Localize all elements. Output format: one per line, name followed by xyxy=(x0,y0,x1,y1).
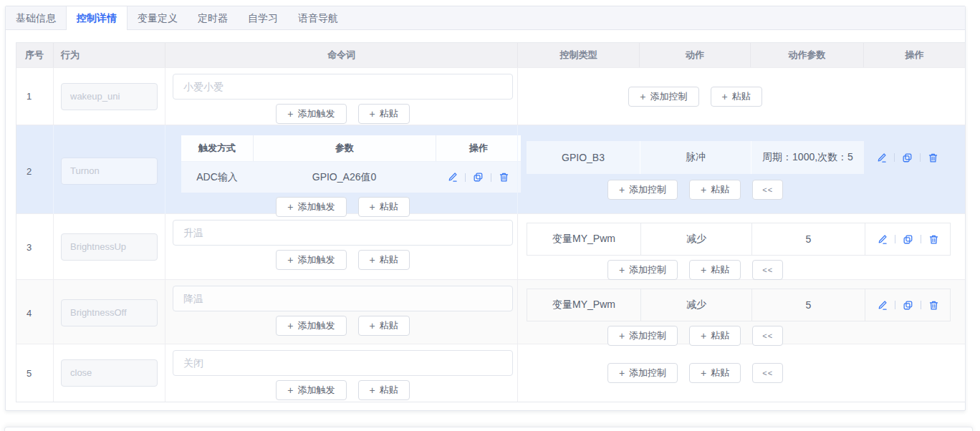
plus-icon: + xyxy=(287,385,293,395)
collapse-button[interactable]: << xyxy=(752,326,783,346)
control-buttons: +添加控制+粘贴<< xyxy=(527,260,864,280)
paste-button[interactable]: +粘贴 xyxy=(689,326,741,346)
control-ops-cell xyxy=(865,223,950,255)
add-control-button-label: 添加控制 xyxy=(629,367,666,379)
trigger-row: ADC输入GPIO_A26值0 xyxy=(181,161,521,193)
control-cell: 变量MY_Pwm减少5+添加控制+粘贴<< xyxy=(517,214,965,280)
paste-button[interactable]: +粘贴 xyxy=(358,380,410,400)
delete-icon[interactable] xyxy=(499,172,509,183)
row-index: 1 xyxy=(16,68,53,125)
add-trigger-button[interactable]: +添加触发 xyxy=(276,380,346,400)
plus-icon: + xyxy=(370,321,375,331)
trigger-buttons: +添加触发+粘贴 xyxy=(173,316,513,336)
plus-icon: + xyxy=(640,92,645,102)
icon-divider xyxy=(894,153,895,162)
add-trigger-button[interactable]: +添加触发 xyxy=(276,250,346,270)
row-index: 2 xyxy=(16,125,53,217)
control-buttons-wrap: +添加控制+粘贴<< xyxy=(518,344,965,402)
behavior-input[interactable]: BrightnessUp xyxy=(61,233,158,261)
paste-button[interactable]: +粘贴 xyxy=(358,250,410,270)
edit-icon[interactable] xyxy=(877,300,888,311)
paste-button[interactable]: +粘贴 xyxy=(689,363,741,383)
collapse-button-label: << xyxy=(762,266,773,274)
add-control-button-label: 添加控制 xyxy=(650,90,688,103)
paste-button[interactable]: +粘贴 xyxy=(358,104,410,124)
add-trigger-button[interactable]: +添加触发 xyxy=(276,104,346,124)
control-table: GPIO_B3脉冲周期：1000,次数：5 xyxy=(527,141,951,174)
add-control-button[interactable]: +添加控制 xyxy=(607,180,678,200)
paste-button[interactable]: +粘贴 xyxy=(689,260,741,280)
tab-basic-info[interactable]: 基础信息 xyxy=(6,6,66,29)
control-buttons-wrap: +添加控制+粘贴 xyxy=(518,68,965,125)
add-control-button[interactable]: +添加控制 xyxy=(607,363,678,383)
copy-icon[interactable] xyxy=(903,234,913,245)
edit-icon[interactable] xyxy=(877,234,888,245)
control-type-value: 变量MY_Pwm xyxy=(527,289,640,321)
control-action-value: 脉冲 xyxy=(640,141,751,174)
collapse-button[interactable]: << xyxy=(752,180,783,200)
icon-divider xyxy=(465,173,466,182)
edit-icon[interactable] xyxy=(876,152,887,163)
add-trigger-button-label: 添加触发 xyxy=(298,319,335,332)
plus-icon: + xyxy=(619,265,625,275)
collapse-button[interactable]: << xyxy=(752,260,783,280)
edit-icon[interactable] xyxy=(447,172,458,183)
delete-icon[interactable] xyxy=(928,300,939,311)
paste-button[interactable]: +粘贴 xyxy=(711,87,762,107)
add-control-button-label: 添加控制 xyxy=(629,183,666,196)
plus-icon: + xyxy=(370,202,375,212)
behavior-input[interactable]: Turnon xyxy=(61,158,158,185)
column-header: 行为 xyxy=(53,43,165,67)
collapse-button[interactable]: << xyxy=(752,363,783,383)
command-input[interactable]: 小爱小爱 xyxy=(173,74,513,100)
add-trigger-button[interactable]: +添加触发 xyxy=(276,316,346,336)
tab-variable-def[interactable]: 变量定义 xyxy=(128,6,188,29)
trigger-buttons: +添加触发+粘贴 xyxy=(173,380,513,400)
icon-divider xyxy=(895,301,895,309)
tab-voice-nav[interactable]: 语音导航 xyxy=(288,6,348,29)
trigger-column-header: 操作 xyxy=(436,135,521,161)
paste-button[interactable]: +粘贴 xyxy=(358,316,410,336)
command-input[interactable]: 升温 xyxy=(173,220,513,246)
command-cell: 小爱小爱+添加触发+粘贴 xyxy=(165,68,517,125)
plus-icon: + xyxy=(701,368,706,378)
behavior-cell: BrightnessUp xyxy=(53,214,165,280)
behavior-input[interactable]: wakeup_uni xyxy=(61,83,158,110)
tab-bar: 基础信息控制详情变量定义定时器自学习语音导航 xyxy=(6,6,965,30)
control-params-value: 5 xyxy=(751,289,865,321)
paste-button-label: 粘贴 xyxy=(711,263,729,276)
control-buttons: +添加控制+粘贴<< xyxy=(527,180,864,200)
command-input[interactable]: 关闭 xyxy=(173,350,513,376)
behavior-input[interactable]: close xyxy=(61,359,158,387)
row-action-icons xyxy=(877,223,939,255)
behavior-input[interactable]: BrightnessOff xyxy=(61,299,158,326)
next-section-panel xyxy=(4,427,973,431)
plus-icon: + xyxy=(370,109,375,119)
add-control-button[interactable]: +添加控制 xyxy=(607,326,678,346)
paste-button[interactable]: +粘贴 xyxy=(689,180,741,200)
add-control-button[interactable]: +添加控制 xyxy=(607,260,678,280)
column-header: 操作 xyxy=(863,43,965,67)
add-trigger-button-label: 添加触发 xyxy=(298,253,335,266)
row-index: 3 xyxy=(16,214,53,280)
delete-icon[interactable] xyxy=(928,152,938,163)
command-input[interactable]: 降温 xyxy=(173,286,513,311)
add-control-button[interactable]: +添加控制 xyxy=(628,87,698,107)
plus-icon: + xyxy=(619,331,625,341)
table-row: 4BrightnessOff降温+添加触发+粘贴变量MY_Pwm减少5+添加控制… xyxy=(16,279,965,344)
control-table: 变量MY_Pwm减少5 xyxy=(527,223,951,256)
copy-icon[interactable] xyxy=(903,300,913,311)
delete-icon[interactable] xyxy=(928,234,939,245)
trigger-buttons: +添加触发+粘贴 xyxy=(173,250,513,270)
command-cell: 关闭+添加触发+粘贴 xyxy=(165,344,517,402)
tab-timer[interactable]: 定时器 xyxy=(188,6,238,29)
copy-icon[interactable] xyxy=(902,152,913,163)
tab-control-detail[interactable]: 控制详情 xyxy=(66,6,128,30)
plus-icon: + xyxy=(619,368,625,378)
trigger-param-value: GPIO_A26值0 xyxy=(253,162,436,193)
plus-icon: + xyxy=(370,255,375,265)
copy-icon[interactable] xyxy=(473,172,484,183)
paste-button-label: 粘贴 xyxy=(380,107,398,120)
tab-self-learning[interactable]: 自学习 xyxy=(238,6,288,29)
paste-button-label: 粘贴 xyxy=(380,253,398,266)
